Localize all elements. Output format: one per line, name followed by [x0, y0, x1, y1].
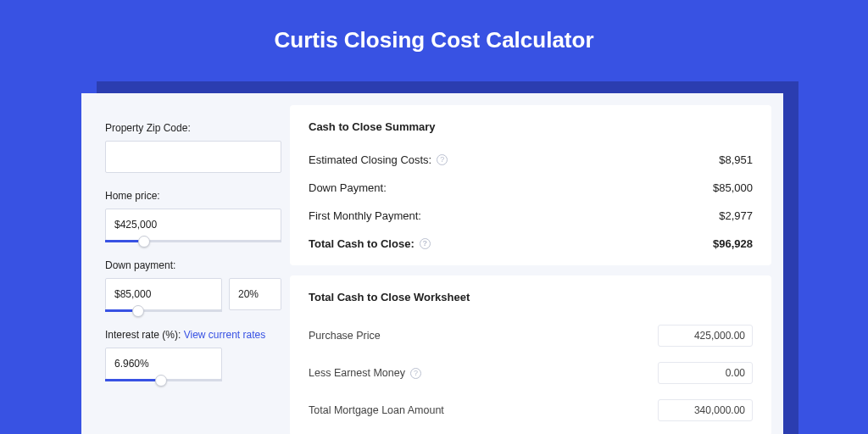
down-payment-pct-input[interactable]	[229, 278, 281, 310]
worksheet-value-input[interactable]	[658, 325, 753, 347]
zip-field-group: Property Zip Code:	[105, 122, 281, 173]
interest-group: Interest rate (%): View current rates	[105, 329, 281, 381]
results-column: Cash to Close Summary Estimated Closing …	[290, 93, 783, 434]
interest-label-row: Interest rate (%): View current rates	[105, 329, 281, 341]
slider-thumb[interactable]	[138, 236, 150, 248]
worksheet-row: Purchase Price	[309, 317, 753, 354]
down-payment-group: Down payment:	[105, 259, 281, 312]
summary-total-value: $96,928	[713, 237, 753, 250]
down-payment-slider[interactable]	[105, 309, 222, 312]
calculator-panel: Property Zip Code: Home price: Down paym…	[81, 93, 783, 434]
summary-title: Cash to Close Summary	[309, 120, 753, 133]
worksheet-row: Less Earnest Money ?	[309, 354, 753, 392]
inputs-column: Property Zip Code: Home price: Down paym…	[81, 93, 290, 434]
worksheet-label: Purchase Price	[309, 330, 381, 342]
summary-row: Down Payment: $85,000	[309, 175, 753, 203]
help-icon[interactable]: ?	[437, 154, 448, 165]
worksheet-value-input[interactable]	[658, 399, 753, 421]
home-price-label: Home price:	[105, 190, 281, 202]
summary-total-row: Total Cash to Close: ? $96,928	[309, 231, 753, 259]
zip-input[interactable]	[105, 141, 281, 173]
view-rates-link[interactable]: View current rates	[184, 329, 266, 341]
summary-value: $2,977	[719, 209, 753, 222]
home-price-slider[interactable]	[105, 240, 281, 242]
summary-row: Estimated Closing Costs: ? $8,951	[309, 147, 753, 175]
summary-label: First Monthly Payment:	[309, 209, 421, 222]
worksheet-label: Less Earnest Money	[309, 367, 405, 379]
home-price-group: Home price:	[105, 190, 281, 242]
worksheet-value-input[interactable]	[658, 362, 753, 384]
interest-slider[interactable]	[105, 379, 222, 381]
worksheet-row: Total Mortgage Loan Amount	[309, 392, 753, 429]
help-icon[interactable]: ?	[410, 368, 421, 379]
down-payment-label: Down payment:	[105, 259, 281, 271]
interest-label: Interest rate (%):	[105, 329, 181, 341]
summary-total-label: Total Cash to Close:	[309, 237, 415, 250]
down-payment-input[interactable]	[105, 278, 222, 310]
summary-label: Down Payment:	[309, 181, 387, 194]
page-title: Curtis Closing Cost Calculator	[0, 0, 868, 53]
summary-label: Estimated Closing Costs:	[309, 153, 431, 166]
home-price-input[interactable]	[105, 209, 281, 241]
worksheet-label: Total Mortgage Loan Amount	[309, 404, 444, 416]
summary-value: $85,000	[713, 181, 753, 194]
slider-thumb[interactable]	[155, 375, 167, 387]
help-icon[interactable]: ?	[420, 238, 431, 249]
worksheet-title: Total Cash to Close Worksheet	[309, 291, 753, 303]
summary-value: $8,951	[719, 153, 753, 166]
zip-label: Property Zip Code:	[105, 122, 281, 134]
summary-card: Cash to Close Summary Estimated Closing …	[290, 105, 771, 265]
slider-thumb[interactable]	[132, 305, 144, 317]
summary-row: First Monthly Payment: $2,977	[309, 203, 753, 231]
worksheet-card: Total Cash to Close Worksheet Purchase P…	[290, 275, 771, 434]
slider-fill	[105, 379, 161, 381]
